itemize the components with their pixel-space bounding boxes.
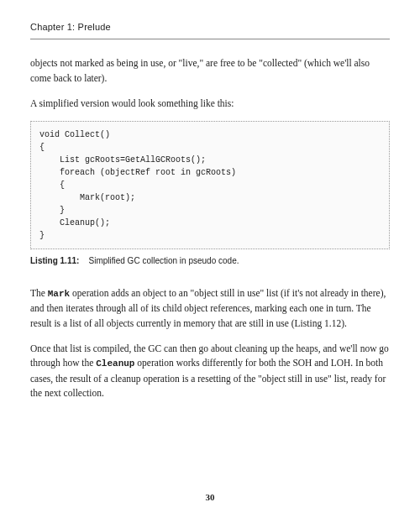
listing-label: Listing 1.11: bbox=[30, 256, 79, 265]
code-listing: void Collect() { List gcRoots=GetAllGCRo… bbox=[30, 121, 390, 249]
chapter-header: Chapter 1: Prelude bbox=[30, 20, 390, 39]
page-number: 30 bbox=[0, 490, 420, 505]
paragraph-3: The Mark operation adds an object to an … bbox=[30, 286, 390, 332]
paragraph-1: objects not marked as being in use, or "… bbox=[30, 56, 390, 86]
paragraph-4: Once that list is compiled, the GC can t… bbox=[30, 342, 390, 401]
listing-text: Simplified GC collection in pseudo code. bbox=[88, 256, 239, 265]
inline-code-cleanup: Cleanup bbox=[96, 358, 134, 369]
paragraph-2: A simplified version would look somethin… bbox=[30, 97, 390, 112]
inline-code-mark: Mark bbox=[48, 289, 70, 299]
listing-caption: Listing 1.11: Simplified GC collection i… bbox=[30, 254, 390, 268]
